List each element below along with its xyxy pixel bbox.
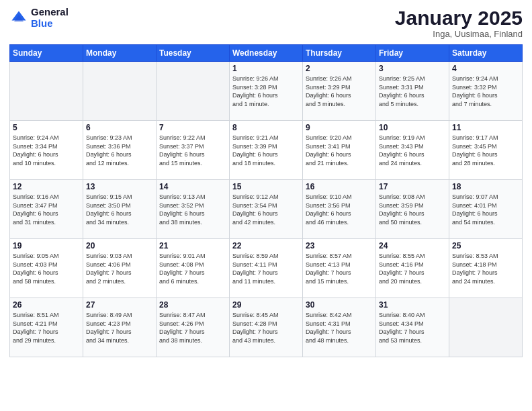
day-info: Sunrise: 8:40 AM Sunset: 4:34 PM Dayligh… bbox=[379, 311, 446, 345]
day-number: 12 bbox=[13, 182, 80, 191]
calendar-cell: 18Sunrise: 9:07 AM Sunset: 4:01 PM Dayli… bbox=[449, 180, 523, 239]
day-number: 10 bbox=[379, 123, 446, 132]
day-number: 6 bbox=[86, 123, 153, 132]
day-number: 19 bbox=[13, 241, 80, 250]
calendar-cell bbox=[157, 62, 230, 121]
logo-icon bbox=[9, 9, 28, 28]
calendar-cell: 16Sunrise: 9:10 AM Sunset: 3:56 PM Dayli… bbox=[303, 180, 376, 239]
day-number: 5 bbox=[13, 123, 80, 132]
calendar-cell: 11Sunrise: 9:17 AM Sunset: 3:45 PM Dayli… bbox=[449, 121, 523, 180]
calendar-cell: 24Sunrise: 8:55 AM Sunset: 4:16 PM Dayli… bbox=[376, 239, 449, 298]
day-info: Sunrise: 9:17 AM Sunset: 3:45 PM Dayligh… bbox=[452, 134, 519, 167]
calendar-cell: 13Sunrise: 9:15 AM Sunset: 3:50 PM Dayli… bbox=[83, 180, 157, 239]
day-number: 7 bbox=[159, 123, 226, 132]
calendar-cell: 14Sunrise: 9:13 AM Sunset: 3:52 PM Dayli… bbox=[157, 180, 230, 239]
calendar-cell: 25Sunrise: 8:53 AM Sunset: 4:18 PM Dayli… bbox=[449, 239, 523, 298]
day-info: Sunrise: 9:21 AM Sunset: 3:39 PM Dayligh… bbox=[232, 134, 300, 167]
weekday-header-saturday: Saturday bbox=[449, 45, 523, 62]
calendar-cell bbox=[10, 62, 83, 121]
calendar-cell: 1Sunrise: 9:26 AM Sunset: 3:28 PM Daylig… bbox=[230, 62, 303, 121]
day-info: Sunrise: 8:59 AM Sunset: 4:11 PM Dayligh… bbox=[232, 252, 300, 285]
day-number: 23 bbox=[306, 241, 373, 250]
day-info: Sunrise: 9:01 AM Sunset: 4:08 PM Dayligh… bbox=[159, 252, 226, 285]
day-number: 30 bbox=[306, 300, 373, 310]
day-info: Sunrise: 9:26 AM Sunset: 3:28 PM Dayligh… bbox=[232, 75, 300, 108]
day-number: 14 bbox=[159, 182, 226, 191]
day-info: Sunrise: 8:42 AM Sunset: 4:31 PM Dayligh… bbox=[306, 311, 373, 345]
day-info: Sunrise: 9:05 AM Sunset: 4:03 PM Dayligh… bbox=[13, 252, 80, 285]
title-block: January 2025 Inga, Uusimaa, Finland bbox=[395, 7, 523, 39]
day-number: 15 bbox=[232, 182, 300, 191]
logo-general: General bbox=[31, 7, 69, 18]
calendar-week-row: 5Sunrise: 9:24 AM Sunset: 3:34 PM Daylig… bbox=[10, 121, 523, 180]
calendar-cell: 15Sunrise: 9:12 AM Sunset: 3:54 PM Dayli… bbox=[230, 180, 303, 239]
day-number: 4 bbox=[452, 64, 519, 73]
calendar-cell: 2Sunrise: 9:26 AM Sunset: 3:29 PM Daylig… bbox=[303, 62, 376, 121]
header: General Blue January 2025 Inga, Uusimaa,… bbox=[9, 7, 523, 39]
calendar-table: SundayMondayTuesdayWednesdayThursdayFrid… bbox=[9, 44, 523, 357]
day-number: 31 bbox=[379, 300, 446, 310]
day-info: Sunrise: 9:26 AM Sunset: 3:29 PM Dayligh… bbox=[306, 75, 373, 108]
day-number: 29 bbox=[232, 300, 300, 310]
calendar-cell: 21Sunrise: 9:01 AM Sunset: 4:08 PM Dayli… bbox=[157, 239, 230, 298]
day-info: Sunrise: 8:51 AM Sunset: 4:21 PM Dayligh… bbox=[13, 311, 80, 345]
day-number: 17 bbox=[379, 182, 446, 191]
calendar-cell: 10Sunrise: 9:19 AM Sunset: 3:43 PM Dayli… bbox=[376, 121, 449, 180]
calendar-week-row: 19Sunrise: 9:05 AM Sunset: 4:03 PM Dayli… bbox=[10, 239, 523, 298]
calendar-cell: 4Sunrise: 9:24 AM Sunset: 3:32 PM Daylig… bbox=[449, 62, 523, 121]
day-info: Sunrise: 9:23 AM Sunset: 3:36 PM Dayligh… bbox=[86, 134, 153, 167]
calendar-cell: 23Sunrise: 8:57 AM Sunset: 4:13 PM Dayli… bbox=[303, 239, 376, 298]
day-number: 26 bbox=[13, 300, 80, 310]
day-info: Sunrise: 9:10 AM Sunset: 3:56 PM Dayligh… bbox=[306, 193, 373, 226]
weekday-header-row: SundayMondayTuesdayWednesdayThursdayFrid… bbox=[10, 45, 523, 62]
weekday-header-monday: Monday bbox=[83, 45, 157, 62]
day-number: 20 bbox=[86, 241, 153, 250]
calendar-cell: 22Sunrise: 8:59 AM Sunset: 4:11 PM Dayli… bbox=[230, 239, 303, 298]
day-number: 3 bbox=[379, 64, 446, 73]
calendar-cell: 9Sunrise: 9:20 AM Sunset: 3:41 PM Daylig… bbox=[303, 121, 376, 180]
month-title: January 2025 bbox=[395, 7, 523, 29]
day-info: Sunrise: 8:49 AM Sunset: 4:23 PM Dayligh… bbox=[86, 311, 153, 345]
day-info: Sunrise: 8:47 AM Sunset: 4:26 PM Dayligh… bbox=[159, 311, 226, 345]
day-info: Sunrise: 9:15 AM Sunset: 3:50 PM Dayligh… bbox=[86, 193, 153, 226]
day-info: Sunrise: 8:45 AM Sunset: 4:28 PM Dayligh… bbox=[232, 311, 300, 345]
calendar-cell: 19Sunrise: 9:05 AM Sunset: 4:03 PM Dayli… bbox=[10, 239, 83, 298]
day-info: Sunrise: 9:13 AM Sunset: 3:52 PM Dayligh… bbox=[159, 193, 226, 226]
day-number: 9 bbox=[306, 123, 373, 132]
calendar-cell: 5Sunrise: 9:24 AM Sunset: 3:34 PM Daylig… bbox=[10, 121, 83, 180]
day-number: 28 bbox=[159, 300, 226, 310]
calendar-cell: 17Sunrise: 9:08 AM Sunset: 3:59 PM Dayli… bbox=[376, 180, 449, 239]
calendar-cell: 26Sunrise: 8:51 AM Sunset: 4:21 PM Dayli… bbox=[10, 298, 83, 357]
logo: General Blue bbox=[9, 7, 69, 29]
weekday-header-sunday: Sunday bbox=[10, 45, 83, 62]
day-info: Sunrise: 9:25 AM Sunset: 3:31 PM Dayligh… bbox=[379, 75, 446, 108]
day-number: 8 bbox=[232, 123, 300, 132]
day-number: 2 bbox=[306, 64, 373, 73]
day-info: Sunrise: 9:08 AM Sunset: 3:59 PM Dayligh… bbox=[379, 193, 446, 226]
page: General Blue January 2025 Inga, Uusimaa,… bbox=[0, 0, 532, 411]
day-number: 16 bbox=[306, 182, 373, 191]
day-number: 11 bbox=[452, 123, 519, 132]
weekday-header-thursday: Thursday bbox=[303, 45, 376, 62]
weekday-header-friday: Friday bbox=[376, 45, 449, 62]
day-info: Sunrise: 9:16 AM Sunset: 3:47 PM Dayligh… bbox=[13, 193, 80, 226]
location: Inga, Uusimaa, Finland bbox=[395, 29, 523, 39]
day-info: Sunrise: 9:20 AM Sunset: 3:41 PM Dayligh… bbox=[306, 134, 373, 167]
calendar-cell: 8Sunrise: 9:21 AM Sunset: 3:39 PM Daylig… bbox=[230, 121, 303, 180]
calendar-cell bbox=[449, 298, 523, 357]
day-info: Sunrise: 8:55 AM Sunset: 4:16 PM Dayligh… bbox=[379, 252, 446, 285]
weekday-header-wednesday: Wednesday bbox=[230, 45, 303, 62]
calendar-cell: 30Sunrise: 8:42 AM Sunset: 4:31 PM Dayli… bbox=[303, 298, 376, 357]
day-number: 24 bbox=[379, 241, 446, 250]
calendar-cell: 20Sunrise: 9:03 AM Sunset: 4:06 PM Dayli… bbox=[83, 239, 157, 298]
day-info: Sunrise: 8:53 AM Sunset: 4:18 PM Dayligh… bbox=[452, 252, 519, 285]
calendar-cell: 3Sunrise: 9:25 AM Sunset: 3:31 PM Daylig… bbox=[376, 62, 449, 121]
calendar-cell bbox=[83, 62, 157, 121]
calendar-cell: 27Sunrise: 8:49 AM Sunset: 4:23 PM Dayli… bbox=[83, 298, 157, 357]
day-info: Sunrise: 8:57 AM Sunset: 4:13 PM Dayligh… bbox=[306, 252, 373, 285]
day-info: Sunrise: 9:12 AM Sunset: 3:54 PM Dayligh… bbox=[232, 193, 300, 226]
day-number: 18 bbox=[452, 182, 519, 191]
calendar-cell: 28Sunrise: 8:47 AM Sunset: 4:26 PM Dayli… bbox=[157, 298, 230, 357]
calendar-cell: 7Sunrise: 9:22 AM Sunset: 3:37 PM Daylig… bbox=[157, 121, 230, 180]
calendar-cell: 12Sunrise: 9:16 AM Sunset: 3:47 PM Dayli… bbox=[10, 180, 83, 239]
